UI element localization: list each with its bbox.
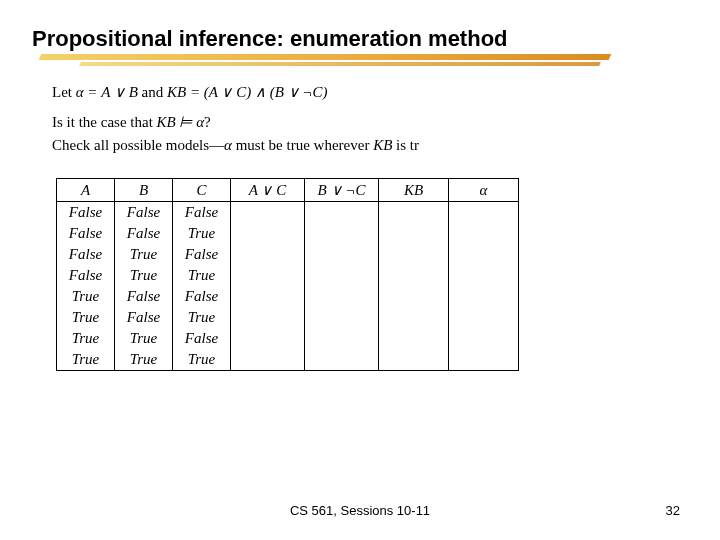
cell [231,307,305,328]
cell [231,286,305,307]
cell [231,349,305,371]
cell [449,202,519,224]
cell [379,265,449,286]
check-mid: must be true wherever [232,137,373,153]
cell [231,202,305,224]
table-row: True False False [57,286,519,307]
cell [379,223,449,244]
cell: False [57,223,115,244]
cell [231,265,305,286]
check-prefix: Check all possible models— [52,137,224,153]
cell: True [173,223,231,244]
cell [449,307,519,328]
table-row: True True True [57,349,519,371]
cell [379,286,449,307]
cell: True [115,244,173,265]
cell: False [115,307,173,328]
let-mid: and [138,84,167,100]
cell [449,286,519,307]
cell: False [173,244,231,265]
cell [449,265,519,286]
check-suffix: is tr [392,137,419,153]
kb-sym: KB [373,137,392,153]
col-bvnc: B ∨ ¬C [305,179,379,202]
cell: True [173,265,231,286]
footer-text: CS 561, Sessions 10-11 [0,503,720,518]
cell: True [57,328,115,349]
cell: False [173,286,231,307]
table-row: False False True [57,223,519,244]
table-row: False True True [57,265,519,286]
cell: False [173,328,231,349]
cell: True [115,265,173,286]
table-row: True False True [57,307,519,328]
cell [305,265,379,286]
col-a: A [57,179,115,202]
cell [305,244,379,265]
cell [231,223,305,244]
let-line: Let α = A ∨ B and KB = (A ∨ C) ∧ (B ∨ ¬C… [52,82,672,102]
cell [305,349,379,371]
cell: True [115,328,173,349]
underline-bar-1 [39,54,612,60]
cell: False [115,286,173,307]
body-text: Let α = A ∨ B and KB = (A ∨ C) ∧ (B ∨ ¬C… [52,82,672,157]
table-row: False False False [57,202,519,224]
cell [305,328,379,349]
table-row: True True False [57,328,519,349]
cell [305,307,379,328]
col-avc: A ∨ C [231,179,305,202]
cell: True [57,307,115,328]
cell: True [173,349,231,371]
page-number: 32 [666,503,680,518]
col-b: B [115,179,173,202]
underline-bar-2 [79,62,601,66]
cell [449,349,519,371]
col-c: C [173,179,231,202]
alpha-def: α = A ∨ B [76,84,138,100]
cell [449,328,519,349]
cell: True [57,286,115,307]
cell [231,244,305,265]
cell [379,349,449,371]
cell [449,244,519,265]
slide-title: Propositional inference: enumeration met… [32,26,508,52]
let-prefix: Let [52,84,76,100]
truth-table: A B C A ∨ C B ∨ ¬C KB α False False Fals… [56,178,519,371]
col-kb: KB [379,179,449,202]
cell: True [57,349,115,371]
cell: False [115,223,173,244]
kb-def: KB = (A ∨ C) ∧ (B ∨ ¬C) [167,84,327,100]
q-prefix: Is it the case that [52,114,157,130]
table-row: False True False [57,244,519,265]
cell [305,202,379,224]
q-suffix: ? [204,114,211,130]
entails: KB ⊨ α [157,114,205,130]
cell: False [57,265,115,286]
cell [231,328,305,349]
cell [379,202,449,224]
cell: True [115,349,173,371]
check-line: Check all possible models—α must be true… [52,135,672,155]
cell: False [57,244,115,265]
cell: False [173,202,231,224]
cell [379,244,449,265]
cell [305,286,379,307]
cell [449,223,519,244]
question-line: Is it the case that KB ⊨ α? [52,112,672,132]
cell [305,223,379,244]
col-alpha: α [449,179,519,202]
cell: False [57,202,115,224]
cell: True [173,307,231,328]
title-underline [40,54,620,68]
cell [379,307,449,328]
alpha-sym: α [224,137,232,153]
cell [379,328,449,349]
cell: False [115,202,173,224]
table-header-row: A B C A ∨ C B ∨ ¬C KB α [57,179,519,202]
